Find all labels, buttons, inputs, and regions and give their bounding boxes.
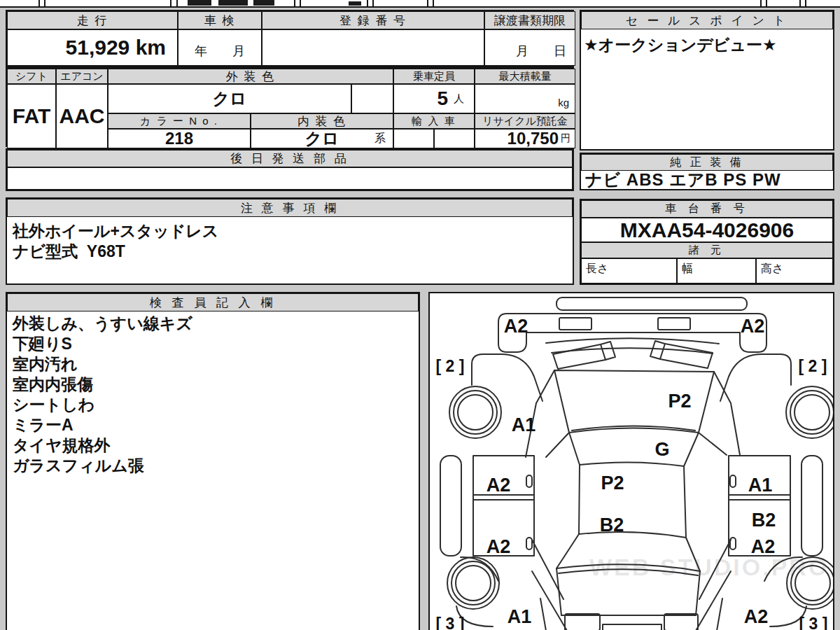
damage-label-left-rear-door: A2 xyxy=(486,536,511,557)
notes-line-1: 社外ホイール+スタッドレス xyxy=(13,221,218,241)
right-front-door-handle xyxy=(730,475,736,487)
front-plate-right xyxy=(658,318,690,330)
exterior-color-header: 外 装 色 xyxy=(108,69,393,84)
damage-label-front-left-fender: A1 xyxy=(512,414,536,435)
color-no-header: カ ラ ー N o . xyxy=(108,113,251,129)
width-label: 幅 xyxy=(677,258,756,284)
front-right-wheel xyxy=(786,386,833,438)
recycle-unit: 円 xyxy=(561,132,570,145)
damage-label-front-bumper-right: A2 xyxy=(741,316,765,337)
a-pillar-right xyxy=(714,372,740,455)
spoiler-bar xyxy=(556,298,747,310)
height-label: 高さ xyxy=(756,258,833,284)
damage-label-roof-rear: B2 xyxy=(600,514,624,536)
sales-point-header: セ ー ル ス ポ イ ン ト xyxy=(581,11,833,29)
damage-label-cowl: G xyxy=(654,439,669,460)
inspection-header: 車 検 xyxy=(178,11,262,29)
import-value-cell-right xyxy=(434,129,475,148)
inspection-value: 年 月 xyxy=(178,29,262,66)
rear-bumper-band xyxy=(603,624,662,630)
car-diagram-box: WEB STUDIO.PRO xyxy=(428,292,834,630)
roof-sides xyxy=(579,465,686,538)
tire-grade-rear-left: [ 3 ] xyxy=(436,615,465,630)
damage-label-right-rear-fender: A2 xyxy=(744,606,769,627)
tire-grade-front-right: [ 2 ] xyxy=(799,357,827,375)
interior-color-header: 内 装 色 xyxy=(251,113,393,129)
left-quarter-seams xyxy=(532,540,567,630)
max-load-value-cell: kg xyxy=(475,84,575,113)
front-right-fender-line xyxy=(720,354,791,401)
spec-table: シフト エアコン 外 装 色 乗車定員 最大積載量 FAT AAC クロ 5 人… xyxy=(6,67,574,147)
recycle-header: リサイクル預託金 xyxy=(475,113,575,129)
inspector-line-5: シートしわ xyxy=(13,395,94,415)
damage-label-front-bumper-left: A2 xyxy=(504,316,528,337)
length-label: 長さ xyxy=(581,258,677,284)
chassis-box: 車 台 番 号 MXAA54-4026906 諸 元 長さ 幅 高さ xyxy=(580,199,834,285)
left-front-door-handle xyxy=(526,475,532,487)
max-load-header: 最大積載量 xyxy=(475,69,575,84)
interior-color-suffix: 系 xyxy=(374,132,386,146)
roof-front-arc xyxy=(580,462,684,466)
rear-plate-right xyxy=(664,614,698,630)
registration-value xyxy=(262,29,484,66)
chassis-header: 車 台 番 号 xyxy=(581,200,833,218)
dimensions-header: 諸 元 xyxy=(581,242,833,258)
rear-left-arch xyxy=(461,557,498,581)
later-parts-header: 後 日 発 送 部 品 xyxy=(7,150,573,167)
inspector-line-6: ミラーA xyxy=(13,415,74,435)
right-rear-door-handle xyxy=(730,538,736,550)
aircon-header: エアコン xyxy=(56,69,108,84)
inspector-header: 検 査 員 記 入 欄 xyxy=(7,293,419,312)
damage-label-roof: P2 xyxy=(601,472,624,493)
capacity-unit: 人 xyxy=(454,92,464,106)
capacity-header: 乗車定員 xyxy=(393,69,475,84)
mileage-header: 走 行 xyxy=(7,11,178,29)
wiper-left xyxy=(553,342,615,369)
inspector-line-4: 室内内張傷 xyxy=(13,374,93,395)
front-left-wheel xyxy=(449,386,501,438)
mileage-value: 51,929 km xyxy=(7,29,178,66)
transfer-header: 譲渡書類期限 xyxy=(484,11,575,29)
damage-label-right-front-door: A1 xyxy=(748,475,773,496)
color-no-value: 218 xyxy=(108,129,251,148)
front-plate-left xyxy=(559,318,592,330)
notes-box: 注 意 事 項 欄 社外ホイール+スタッドレス ナビ型式 Y68T xyxy=(6,197,574,285)
chassis-value: MXAA54-4026906 xyxy=(581,218,833,242)
notes-line-2: ナビ型式 Y68T xyxy=(13,241,125,262)
tire-grade-front-left: [ 2 ] xyxy=(436,357,465,375)
cropped-header-row xyxy=(0,0,840,8)
left-sill xyxy=(440,456,461,556)
transfer-value: 月 日 xyxy=(484,29,575,66)
aircon-value: AAC xyxy=(56,84,108,148)
watermark: WEB STUDIO.PRO xyxy=(589,554,829,581)
front-bumper xyxy=(498,314,766,352)
import-header: 輸 入 車 xyxy=(393,113,475,129)
rear-plate-left xyxy=(565,614,600,630)
notes-header: 注 意 事 項 欄 xyxy=(7,199,573,217)
inspector-line-8: ガラスフィルム張 xyxy=(13,456,144,476)
inspector-line-3: 室内汚れ xyxy=(13,354,78,374)
genuine-equipment-content: ナビ ABS エアB PS PW xyxy=(585,169,781,190)
damage-label-left-rear-fender: A1 xyxy=(507,606,532,627)
roof-rear-arc xyxy=(579,532,686,538)
interior-color-value-cell: クロ 系 xyxy=(251,129,393,148)
a-pillar-left xyxy=(526,370,554,457)
front-left-fender-line xyxy=(472,354,542,401)
inspector-line-2: 下廻りS xyxy=(13,334,72,354)
exterior-color-extra-cell xyxy=(351,84,393,113)
auction-sheet: 走 行 車 検 登 録 番 号 譲渡書類期限 51,929 km 年 月 月 日… xyxy=(0,0,840,630)
exterior-color-value: クロ xyxy=(108,84,351,113)
genuine-equipment-header: 純 正 装 備 xyxy=(581,154,833,171)
capacity-value: 5 xyxy=(437,88,448,110)
inspector-line-1: 外装しみ、うすい線キズ xyxy=(13,314,192,334)
damage-label-windshield: P2 xyxy=(668,391,691,412)
later-parts-content xyxy=(7,167,573,190)
damage-label-left-front-door: A2 xyxy=(486,475,511,496)
inspector-line-7: タイヤ規格外 xyxy=(13,435,111,456)
wiper-right xyxy=(650,341,713,368)
rear-left-wheel xyxy=(447,557,499,609)
recycle-value-cell: 10,750 円 xyxy=(475,129,575,148)
sales-point-content: ★オークションデビュー★ xyxy=(584,35,777,55)
mileage-table: 走 行 車 検 登 録 番 号 譲渡書類期限 51,929 km 年 月 月 日 xyxy=(6,10,574,67)
shift-value: FAT xyxy=(7,84,56,148)
